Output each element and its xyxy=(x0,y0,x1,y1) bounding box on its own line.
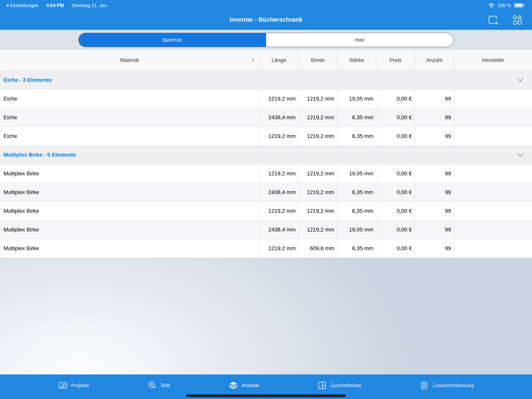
material-type-segmented-control: Sperrholz Holz xyxy=(78,33,454,47)
add-inventory-button[interactable] xyxy=(487,14,499,26)
cell-anzahl: 99 xyxy=(415,220,454,239)
screen: ◀ Einstellungen 4:54 PM Dienstag 21. Jan… xyxy=(0,0,532,399)
shapes-button[interactable] xyxy=(511,14,523,26)
wifi-icon xyxy=(488,3,495,8)
tab-label: Zusammenfassung xyxy=(432,383,474,388)
cell-staerke: 6,35 mm xyxy=(337,239,376,257)
cell-laenge: 1219,2 mm xyxy=(259,202,298,220)
cell-material: Multiplex Birke xyxy=(0,183,259,201)
cell-hersteller xyxy=(454,164,532,183)
tab-projekte[interactable]: Projekte xyxy=(58,380,89,390)
tab-teile[interactable]: Teile xyxy=(147,380,170,390)
projects-icon xyxy=(58,380,68,390)
status-date: Dienstag 21. Jan. xyxy=(72,3,108,8)
battery-percent-label: 100 % xyxy=(498,3,511,8)
column-header-label: Hersteller xyxy=(482,57,504,63)
summary-icon xyxy=(419,380,429,390)
section-title: Multiplex Birke - 5 Elemente xyxy=(4,152,76,158)
cell-breite: 1219,2 mm xyxy=(298,90,337,108)
chevron-down-icon xyxy=(517,150,524,157)
table-row[interactable]: Eiche1219,2 mm1219,2 mm19,05 mm0,00 €99 xyxy=(0,90,532,108)
cell-laenge: 1219,2 mm xyxy=(259,127,298,145)
section-header[interactable]: Eiche - 3 Elemente xyxy=(0,71,532,90)
column-header-material[interactable]: Material ↑ xyxy=(0,50,259,71)
cell-breite: 1219,2 mm xyxy=(298,183,337,201)
tape-measure-icon xyxy=(147,380,157,390)
cell-anzahl: 99 xyxy=(415,108,454,127)
section-header[interactable]: Multiplex Birke - 5 Elemente xyxy=(0,146,532,164)
sort-ascending-icon: ↑ xyxy=(252,57,255,64)
column-header-label: Breite xyxy=(311,57,325,63)
table-row[interactable]: Multiplex Birke1219,2 mm1219,2 mm19,05 m… xyxy=(0,164,532,183)
cell-laenge: 2438,4 mm xyxy=(259,183,298,201)
cell-hersteller xyxy=(454,183,532,201)
tab-inventar[interactable]: Inventar xyxy=(228,380,259,390)
table-row[interactable]: Multiplex Birke2438,4 mm1219,2 mm19,05 m… xyxy=(0,220,532,239)
cell-laenge: 1219,2 mm xyxy=(259,239,298,257)
tab-zuschnittsliste[interactable]: Zuschnittsliste xyxy=(317,380,361,390)
section-title: Eiche - 3 Elemente xyxy=(4,77,52,83)
table-row[interactable]: Multiplex Birke2438,4 mm1219,2 mm6,35 mm… xyxy=(0,183,532,202)
column-header-hersteller[interactable]: Hersteller xyxy=(454,50,532,71)
layers-icon xyxy=(228,380,238,390)
navigation-bar: ◀ Einstellungen 4:54 PM Dienstag 21. Jan… xyxy=(0,0,532,30)
cell-staerke: 6,35 mm xyxy=(337,183,376,201)
cell-anzahl: 99 xyxy=(415,164,454,183)
cell-breite: 1219,2 mm xyxy=(298,127,337,145)
column-header-laenge[interactable]: Länge xyxy=(259,50,298,71)
add-panel-icon xyxy=(487,14,499,25)
column-header-label: Stärke xyxy=(349,57,364,63)
cell-hersteller xyxy=(454,108,532,127)
tab-label: Projekte xyxy=(71,383,89,388)
cell-laenge: 1219,2 mm xyxy=(259,164,298,183)
back-to-settings-button[interactable]: ◀ Einstellungen xyxy=(6,3,38,8)
cell-preis: 0,00 € xyxy=(376,220,415,239)
cell-hersteller xyxy=(454,127,532,145)
column-header-label: Länge xyxy=(272,57,286,63)
cell-material: Eiche xyxy=(0,108,259,127)
segment-holz[interactable]: Holz xyxy=(266,33,454,47)
table-row[interactable]: Multiplex Birke1219,2 mm1219,2 mm6,35 mm… xyxy=(0,202,532,220)
cell-staerke: 6,35 mm xyxy=(337,127,376,145)
cell-staerke: 19,05 mm xyxy=(337,220,376,239)
home-indicator[interactable] xyxy=(186,394,346,397)
column-header-preis[interactable]: Preis xyxy=(376,50,415,71)
cell-hersteller xyxy=(454,239,532,257)
status-bar: ◀ Einstellungen 4:54 PM Dienstag 21. Jan… xyxy=(0,0,532,10)
cell-anzahl: 99 xyxy=(415,202,454,220)
page-title: Inventar - Bücherschrank xyxy=(0,16,532,23)
cell-breite: 1219,2 mm xyxy=(298,108,337,127)
column-header-anzahl[interactable]: Anzahl xyxy=(415,50,454,71)
cell-staerke: 6,35 mm xyxy=(337,108,376,127)
tab-label: Inventar xyxy=(242,383,259,388)
cell-preis: 0,00 € xyxy=(376,108,415,127)
cell-laenge: 2438,4 mm xyxy=(259,108,298,127)
table-header: Material ↑ Länge Breite Stärke Preis Anz… xyxy=(0,50,532,71)
cell-staerke: 19,05 mm xyxy=(337,90,376,108)
cell-breite: 1219,2 mm xyxy=(298,164,337,183)
cell-material: Multiplex Birke xyxy=(0,202,259,220)
table-row[interactable]: Eiche2438,4 mm1219,2 mm6,35 mm0,00 €99 xyxy=(0,108,532,127)
column-header-breite[interactable]: Breite xyxy=(298,50,337,71)
cell-material: Eiche xyxy=(0,127,259,145)
battery-full-icon xyxy=(514,3,523,8)
segment-sperrholz[interactable]: Sperrholz xyxy=(79,33,266,47)
column-header-staerke[interactable]: Stärke xyxy=(337,50,376,71)
table-row[interactable]: Multiplex Birke1219,2 mm609,6 mm6,35 mm0… xyxy=(0,239,532,258)
status-time: 4:54 PM xyxy=(46,3,64,8)
back-chevron-icon: ◀ xyxy=(6,4,8,7)
tab-label: Zuschnittsliste xyxy=(330,383,361,388)
shapes-icon xyxy=(512,14,523,25)
content-background xyxy=(0,258,532,374)
cell-material: Eiche xyxy=(0,90,259,108)
cell-laenge: 2438,4 mm xyxy=(259,220,298,239)
table-row[interactable]: Eiche1219,2 mm1219,2 mm6,35 mm0,00 €99 xyxy=(0,127,532,146)
cell-preis: 0,00 € xyxy=(376,202,415,220)
cutlist-icon xyxy=(317,380,327,390)
chevron-down-icon xyxy=(517,75,524,82)
cell-hersteller xyxy=(454,202,532,220)
back-label: Einstellungen xyxy=(10,3,38,8)
cell-preis: 0,00 € xyxy=(376,90,415,108)
tab-zusammenfassung[interactable]: Zusammenfassung xyxy=(419,380,474,390)
cell-anzahl: 99 xyxy=(415,183,454,201)
